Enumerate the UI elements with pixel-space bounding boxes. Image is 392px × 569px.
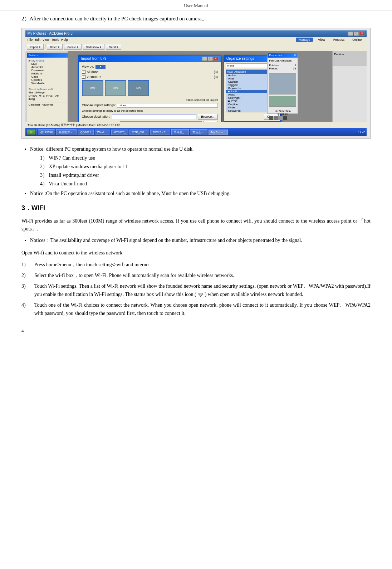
dialog-body: View by: ▾ ✓ All done (3) ✓ 2 xyxy=(79,62,221,122)
properties-title: Properties ✕ xyxy=(268,53,298,58)
menu-help[interactable]: Help xyxy=(61,38,68,42)
folder-item[interactable]: The 19Player xyxy=(29,91,67,94)
taskbar-item-9[interactable]: 龙合企 -... xyxy=(190,129,208,135)
alldone-checkbox[interactable]: ✓ xyxy=(82,70,85,74)
subfolder-none-btn[interactable]: None xyxy=(204,121,218,122)
folder-item[interactable]: ▶ My Mobile xyxy=(29,59,67,62)
dest-row: Choose destination: Browse... xyxy=(82,114,218,120)
toolbar-manage[interactable]: Manage xyxy=(296,38,313,42)
viewby-label: View by: xyxy=(82,65,94,68)
page-footer: 4 xyxy=(0,321,392,337)
prop-file-attr: File List Attributes xyxy=(269,59,296,62)
prop-places-count: 33 xyxy=(293,67,296,70)
status-text: Total 34 Items (10.5 MB) | 原图文件夹 | Modif… xyxy=(28,123,120,127)
folder-item-acdsee[interactable]: AbsoluteTelnet 4.6i xyxy=(29,88,67,91)
toolbar-create-btn[interactable]: Create ▾ xyxy=(64,44,81,50)
close-btn[interactable]: ✕ xyxy=(359,31,364,36)
app-titlebar: My Pictures - ACDSee Pro 3 _ □ ✕ xyxy=(25,30,367,37)
folder-item[interactable]: KBSfunc xyxy=(29,72,67,75)
toolbar-view[interactable]: View xyxy=(315,38,328,42)
organize-icons xyxy=(269,116,296,120)
tab-favorites[interactable]: Favorites xyxy=(41,103,53,106)
import-settings-label: Choose import settings: xyxy=(82,103,116,107)
taskbar-item-4[interactable]: Windo... xyxy=(95,130,110,135)
left-panel: Folders ▶ My Mobile MCI Accordist Downlo… xyxy=(27,53,69,122)
folder-item[interactable]: integ xyxy=(29,97,67,101)
menu-tools[interactable]: Tools xyxy=(52,38,59,42)
date-row: ✓ 20100107 (3) xyxy=(82,75,218,79)
subfolder-input[interactable] xyxy=(120,121,202,122)
dialog-max-btn[interactable]: □ xyxy=(208,57,213,61)
dialog-close-btn[interactable]: ✕ xyxy=(214,57,219,61)
sub-item-2: 2） XP update windows media player to 11 xyxy=(30,163,371,170)
menu-edit[interactable]: Edit xyxy=(35,38,40,42)
folder-item[interactable]: DF990_MTS_HH27_AR xyxy=(29,94,67,97)
screenshot-container: My Pictures - ACDSee Pro 3 _ □ ✕ File Ed… xyxy=(21,28,371,139)
taskbar-item-5[interactable]: MT6975_ xyxy=(111,130,128,135)
section3-para1: Wi-Fi provides as far as 300feet (100M) … xyxy=(21,217,371,233)
viewby-dropdown[interactable]: ▾ xyxy=(95,65,106,69)
toolbar-online[interactable]: Online xyxy=(349,38,364,42)
dest-input[interactable] xyxy=(112,114,196,119)
browse-btn[interactable]: Browse... xyxy=(198,114,218,120)
toolbar-batch-btn[interactable]: Batch ▾ xyxy=(47,44,63,50)
preview-title-label: Preview xyxy=(334,53,365,56)
sub-item-3: 3） Install wpdmtp.inf driver xyxy=(30,171,371,179)
menu-view[interactable]: View xyxy=(43,38,49,42)
image-thumbnail-small xyxy=(269,96,296,107)
org-icon-2[interactable] xyxy=(274,116,278,120)
taskbar-sep xyxy=(36,129,37,135)
toolbar-slideshow-btn[interactable]: Slideshow ▾ xyxy=(83,44,105,50)
section3-notice-text: Notices：The availability and coverage of… xyxy=(30,238,302,243)
taskbar-item-8[interactable]: 手令企_... xyxy=(171,129,189,135)
notice-text-1: Notice: different PC operating system to… xyxy=(30,146,193,152)
dialog-title: Import from 879 xyxy=(81,57,107,61)
wifi-step-4: 4) Touch one of the Wi-Fi choices to con… xyxy=(21,301,371,317)
thumb-3: IMG xyxy=(128,80,149,96)
properties-body: File List Attributes Folders 1 Places 33 xyxy=(268,58,298,122)
notice-item-2: Notice :On the PC operation assistant to… xyxy=(21,190,371,197)
folder-item[interactable]: Worldwide xyxy=(29,82,67,85)
folder-item[interactable]: MCI xyxy=(29,62,67,65)
folder-item[interactable]: Accordist xyxy=(29,65,67,69)
taskbar-item-6[interactable]: MTK_697... xyxy=(129,130,149,135)
date-checkbox[interactable]: ✓ xyxy=(82,75,85,79)
dialog-min-btn[interactable]: _ xyxy=(202,57,207,61)
tab-calendar[interactable]: Calendar xyxy=(29,103,40,106)
menu-file[interactable]: File xyxy=(28,38,33,42)
taskbar-item-2[interactable]: @@图库 -... xyxy=(56,129,77,135)
date-count: (3) xyxy=(214,75,218,79)
organize-title: Organize settings xyxy=(226,57,254,61)
properties-close[interactable]: ✕ xyxy=(294,54,296,57)
thumbnail-row: IMG IMG IMG xyxy=(82,80,218,96)
viewby-row: View by: ▾ xyxy=(82,65,218,69)
folder-item[interactable]: Updates xyxy=(29,78,67,82)
taskbar-item-1[interactable]: @1795刷 xyxy=(38,129,55,135)
taskbar-item-3[interactable]: QQ2011 xyxy=(78,130,93,135)
central-area: Import from 879 _ □ ✕ View by: ▾ xyxy=(68,51,333,122)
section3-notices: Notices：The availability and coverage of… xyxy=(21,237,371,244)
org-icon-4[interactable] xyxy=(283,116,287,120)
folder-item[interactable]: Download xyxy=(29,69,67,72)
start-button[interactable]: ⊞ xyxy=(27,130,35,135)
toolbar-send-btn[interactable]: Send ▾ xyxy=(106,44,121,50)
org-icon-1[interactable] xyxy=(269,116,273,120)
sub-list-1: 1） WIN7 Can directly use 2） XP update wi… xyxy=(30,154,371,188)
open-wifi-label: Open Wi-fi and to connect to the wireles… xyxy=(21,249,371,257)
taskbar-item-7[interactable]: DCMS - F... xyxy=(150,130,170,135)
minimize-btn[interactable]: _ xyxy=(348,31,353,36)
page-content: 2）After the connection can be directly i… xyxy=(0,15,392,317)
toolbar-import-btn[interactable]: Import ▾ xyxy=(27,44,44,50)
wifi-signal-icon xyxy=(197,292,204,298)
taskbar-item-10[interactable]: My Pictur... xyxy=(209,130,228,135)
thumb-1: IMG xyxy=(82,80,103,96)
toolbar-process[interactable]: Process xyxy=(330,38,348,42)
import-settings-value[interactable]: None xyxy=(117,103,217,108)
org-icon-3[interactable] xyxy=(278,116,283,120)
wifi-step-3: 3) Touch Wi-Fi settings. Then a list of … xyxy=(21,282,371,298)
folder-item[interactable]: Case xyxy=(29,75,67,78)
titlebar-buttons: _ □ ✕ xyxy=(348,31,364,36)
date-label: 20100107 xyxy=(87,75,101,79)
maximize-btn[interactable]: □ xyxy=(354,31,359,36)
right-nav: Preview xyxy=(333,51,367,122)
